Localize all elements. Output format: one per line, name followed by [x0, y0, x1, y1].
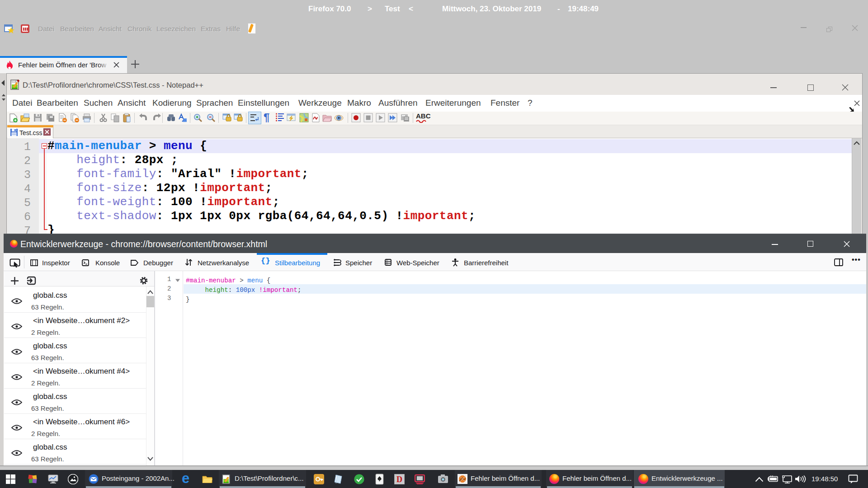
svg-text:D: D — [396, 475, 402, 484]
